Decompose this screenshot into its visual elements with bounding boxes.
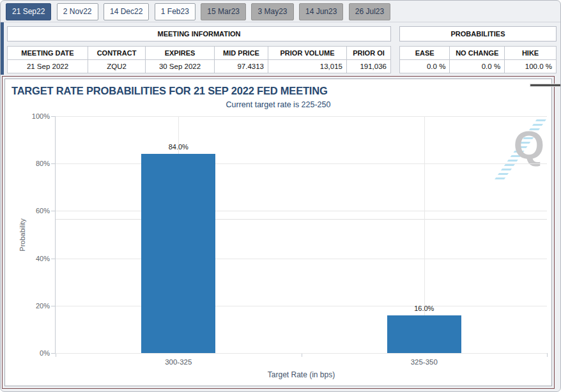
tab-14-dec22[interactable]: 14 Dec22 [104, 3, 149, 20]
bar-value-label: 84.0% [141, 143, 215, 151]
meeting-date-value: 21 Sep 2022 [8, 60, 88, 73]
col-meeting-date: MEETING DATE [8, 47, 88, 60]
col-hike: HIKE [505, 47, 557, 60]
col-expires: EXPIRES [146, 47, 215, 60]
bar-300-325[interactable] [141, 154, 215, 353]
tab-15-mar23[interactable]: 15 Mar23 [201, 3, 246, 20]
chart-title: TARGET RATE PROBABILITIES FOR 21 SEP 202… [12, 85, 328, 97]
target-rate-chart-panel: TARGET RATE PROBABILITIES FOR 21 SEP 202… [4, 79, 552, 386]
quikstrike-watermark: Q [495, 117, 544, 183]
quikstrike-q-icon: Q [514, 125, 544, 165]
no-change-value: 0.0 % [450, 60, 505, 73]
col-no-change: NO CHANGE [450, 47, 505, 60]
col-prior-volume: PRIOR VOLUME [268, 47, 347, 60]
col-contract: CONTRACT [88, 47, 146, 60]
probabilities-header: PROBABILITIES [399, 26, 557, 41]
col-mid-price: MID PRICE [215, 47, 268, 60]
tab-26-jul23[interactable]: 26 Jul23 [349, 3, 390, 20]
tab-21-sep22[interactable]: 21 Sep22 [6, 3, 51, 20]
prior-oi-value: 191,036 [347, 60, 391, 73]
col-ease: EASE [400, 47, 450, 60]
fedwatch-page: 21 Sep22 2 Nov22 14 Dec22 1 Feb23 15 Mar… [0, 0, 561, 392]
table-row: 21 Sep 2022 ZQU2 30 Sep 2022 97.4313 13,… [8, 60, 391, 73]
col-prior-oi: PRIOR OI [347, 47, 391, 60]
tab-panel-content: MEETING INFORMATION MEETING DATE CONTRAC… [1, 22, 560, 389]
tab-14-jun23[interactable]: 14 Jun23 [299, 3, 343, 20]
ease-value: 0.0 % [400, 60, 450, 73]
x-tick-label: 300-325 [165, 358, 192, 366]
x-tick-label: 325-350 [411, 358, 438, 366]
tab-3-may23[interactable]: 3 May23 [251, 3, 293, 20]
bar-value-label: 16.0% [387, 305, 461, 312]
y-tick-label: 100% [32, 112, 50, 120]
y-tick-label: 40% [36, 255, 50, 262]
probabilities-section: PROBABILITIES EASE NO CHANGE HIKE 0.0 % … [399, 26, 557, 73]
x-axis-title: Target Rate (in bps) [268, 370, 335, 379]
y-tick-label: 20% [36, 302, 50, 310]
contract-value: ZQU2 [88, 60, 146, 73]
meeting-information-header: MEETING INFORMATION [7, 26, 391, 41]
y-tick-label: 80% [36, 160, 50, 167]
table-row: 0.0 % 0.0 % 100.0 % [400, 60, 557, 73]
prior-volume-value: 13,015 [268, 60, 347, 73]
hike-value: 100.0 % [505, 60, 557, 73]
chart-subtitle: Current target rate is 225-250 [5, 100, 551, 109]
info-tables-row: MEETING INFORMATION MEETING DATE CONTRAC… [1, 22, 560, 75]
hamburger-bar [530, 84, 561, 86]
probabilities-table: EASE NO CHANGE HIKE 0.0 % 0.0 % 100.0 % [399, 46, 557, 73]
meeting-information-table: MEETING DATE CONTRACT EXPIRES MID PRICE … [7, 46, 391, 73]
plot-area: Q 0%20%40%60%80%100% 84.0%16.0% 300-3253… [55, 116, 547, 354]
mid-price-value: 97.4313 [215, 60, 268, 73]
y-axis-title: Probability [19, 218, 26, 251]
meeting-information-section: MEETING INFORMATION MEETING DATE CONTRAC… [7, 26, 391, 73]
y-tick-label: 0% [40, 349, 50, 357]
expires-value: 30 Sep 2022 [146, 60, 215, 73]
tab-1-feb23[interactable]: 1 Feb23 [155, 3, 196, 20]
meeting-date-tabbar: 21 Sep22 2 Nov22 14 Dec22 1 Feb23 15 Mar… [1, 1, 560, 22]
chart-wrapper: TARGET RATE PROBABILITIES FOR 21 SEP 202… [2, 76, 555, 389]
y-tick-label: 60% [36, 207, 50, 215]
tab-2-nov22[interactable]: 2 Nov22 [57, 3, 98, 20]
bar-325-350[interactable] [387, 315, 461, 353]
